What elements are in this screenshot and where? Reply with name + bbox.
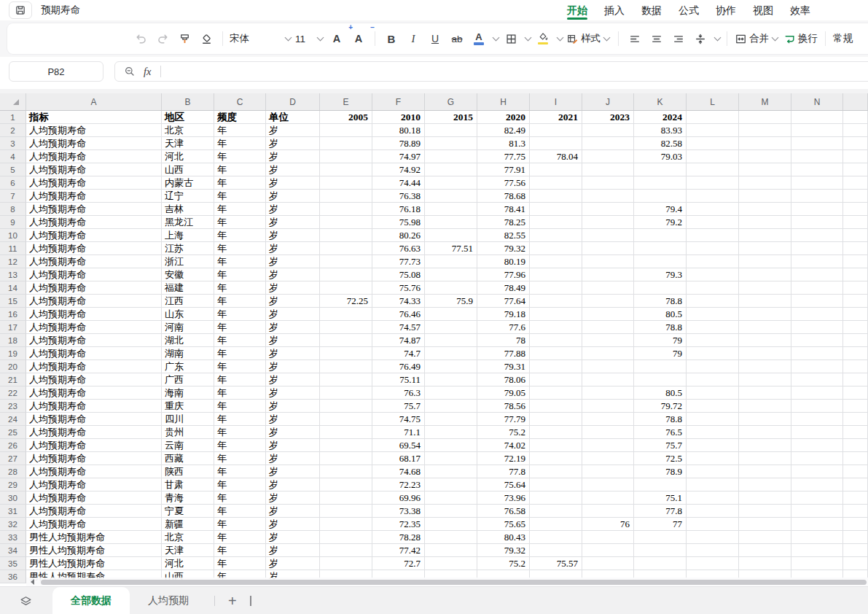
cell[interactable]: [739, 163, 791, 176]
row-number[interactable]: 11: [0, 242, 26, 255]
cell[interactable]: 77.75: [477, 150, 530, 163]
merge-cells-button[interactable]: 合并: [732, 28, 781, 50]
cell[interactable]: 天津: [162, 137, 214, 150]
cell[interactable]: [320, 505, 372, 518]
cell[interactable]: 天津: [162, 544, 214, 557]
column-header-E[interactable]: E: [320, 93, 372, 110]
cell[interactable]: 75.2: [477, 426, 530, 439]
cell[interactable]: 77.6: [477, 321, 530, 334]
cell[interactable]: [530, 426, 582, 439]
column-header-F[interactable]: F: [372, 93, 425, 110]
cell[interactable]: [739, 531, 791, 544]
cell[interactable]: [739, 216, 791, 229]
cell[interactable]: [739, 373, 791, 386]
cell[interactable]: [320, 426, 372, 439]
cell[interactable]: [843, 163, 868, 176]
cell[interactable]: [320, 400, 372, 413]
cell[interactable]: 77: [634, 518, 687, 531]
cell[interactable]: 广西: [162, 373, 214, 386]
cell[interactable]: [791, 360, 843, 373]
cell[interactable]: [530, 216, 582, 229]
cell[interactable]: 人均预期寿命: [26, 400, 162, 413]
cell[interactable]: 年: [214, 203, 266, 216]
cell[interactable]: 79.03: [634, 150, 687, 163]
cell[interactable]: [843, 439, 868, 452]
cell[interactable]: [791, 439, 843, 452]
cell[interactable]: 年: [214, 518, 266, 531]
column-header-G[interactable]: G: [425, 93, 477, 110]
row-number[interactable]: 35: [0, 557, 26, 570]
row-number[interactable]: 9: [0, 216, 26, 229]
cell[interactable]: [530, 347, 582, 360]
redo-button[interactable]: [152, 28, 173, 50]
cell[interactable]: [791, 400, 843, 413]
cell[interactable]: [320, 281, 372, 295]
cell[interactable]: 72.7: [372, 557, 425, 570]
cell[interactable]: [687, 216, 739, 229]
cell[interactable]: 人均预期寿命: [26, 334, 162, 347]
cell[interactable]: 75.76: [372, 281, 425, 295]
cell[interactable]: 人均预期寿命: [26, 491, 162, 505]
cell[interactable]: 79.05: [477, 386, 530, 400]
cell[interactable]: [843, 465, 868, 478]
cell[interactable]: 79.3: [634, 268, 687, 281]
cell[interactable]: [739, 295, 791, 308]
cell[interactable]: 75.9: [425, 295, 477, 308]
decrease-font-button[interactable]: A−: [348, 28, 370, 50]
cell[interactable]: 岁: [266, 163, 320, 176]
cell[interactable]: 2021: [530, 111, 582, 124]
cell[interactable]: [739, 308, 791, 321]
cell[interactable]: 岁: [266, 281, 320, 295]
cell[interactable]: [425, 478, 477, 491]
cell[interactable]: [739, 505, 791, 518]
cell[interactable]: [791, 373, 843, 386]
cell[interactable]: [320, 163, 372, 176]
cell[interactable]: [320, 229, 372, 242]
cell[interactable]: [791, 281, 843, 295]
underline-button[interactable]: U: [424, 28, 446, 50]
cell[interactable]: 78.56: [477, 400, 530, 413]
row-number[interactable]: 7: [0, 190, 26, 203]
cell[interactable]: [687, 452, 739, 465]
cell[interactable]: 年: [214, 190, 266, 203]
row-number[interactable]: 32: [0, 518, 26, 531]
cell[interactable]: [582, 491, 634, 505]
row-number[interactable]: 17: [0, 321, 26, 334]
cell[interactable]: [739, 334, 791, 347]
cell[interactable]: 湖北: [162, 334, 214, 347]
cell[interactable]: 年: [214, 295, 266, 308]
cell[interactable]: [320, 386, 372, 400]
cell[interactable]: [425, 176, 477, 190]
cell[interactable]: 年: [214, 426, 266, 439]
cell[interactable]: [843, 203, 868, 216]
cell[interactable]: 岁: [266, 295, 320, 308]
row-number[interactable]: 8: [0, 203, 26, 216]
cell-reference-box[interactable]: P82: [9, 61, 103, 82]
column-header-M[interactable]: M: [739, 93, 791, 110]
row-number[interactable]: 3: [0, 137, 26, 150]
cell[interactable]: 75.65: [477, 518, 530, 531]
cell[interactable]: [634, 255, 687, 268]
cell[interactable]: [320, 465, 372, 478]
cell[interactable]: [582, 439, 634, 452]
cell[interactable]: 76.38: [372, 190, 425, 203]
cell[interactable]: [320, 321, 372, 334]
cell[interactable]: [530, 478, 582, 491]
cell[interactable]: 72.25: [320, 295, 372, 308]
cell[interactable]: [739, 465, 791, 478]
cell[interactable]: [634, 373, 687, 386]
cell[interactable]: 男性人均预期寿命: [26, 531, 162, 544]
cell[interactable]: 75.57: [530, 557, 582, 570]
cell[interactable]: [530, 124, 582, 137]
cell[interactable]: 岁: [266, 518, 320, 531]
cell[interactable]: [634, 229, 687, 242]
cell[interactable]: 岁: [266, 413, 320, 426]
cell[interactable]: 年: [214, 347, 266, 360]
cell[interactable]: [582, 505, 634, 518]
cell[interactable]: [739, 386, 791, 400]
cell[interactable]: 82.58: [634, 137, 687, 150]
cell[interactable]: 江西: [162, 295, 214, 308]
eraser-button[interactable]: [195, 28, 217, 50]
cell[interactable]: [582, 295, 634, 308]
cell[interactable]: [739, 360, 791, 373]
